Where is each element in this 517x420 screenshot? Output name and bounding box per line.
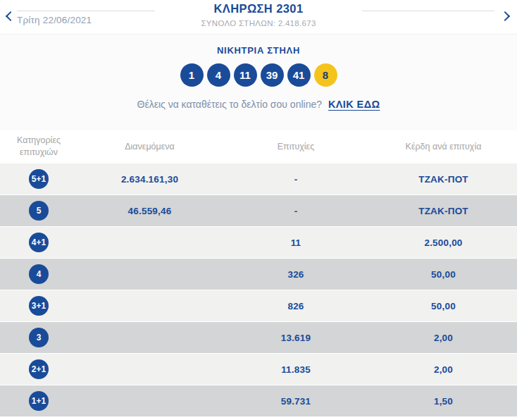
- prize-value: ΤΖΑΚ-ΠΟΤ: [370, 206, 517, 216]
- winning-numbers-row: 1 4 11 39 41 8: [0, 63, 517, 87]
- winning-column-title: ΝΙΚΗΤΡΙΑ ΣΤΗΛΗ: [0, 45, 517, 56]
- distributed-value: 46.559,46: [77, 206, 222, 216]
- table-row: 1+1 59.731 1,50: [0, 385, 517, 417]
- next-draw-button[interactable]: [497, 8, 513, 23]
- number-ball: 11: [234, 63, 257, 87]
- prize-value: 2,00: [370, 333, 517, 343]
- draw-header: Τρίτη 22/06/2021 ΚΛΗΡΩΣΗ 2301 ΣΥΝΟΛΟ ΣΤΗ…: [0, 0, 517, 34]
- winners-value: 11.835: [222, 364, 370, 375]
- winners-value: 13.619: [222, 333, 370, 343]
- prize-value: 2,00: [370, 364, 517, 375]
- winning-numbers-section: ΝΙΚΗΤΡΙΑ ΣΤΗΛΗ 1 4 11 39 41 8 Θέλεις να …: [0, 34, 517, 130]
- prize-table: Κατηγορίες επιτυχιών Διανεμόμενα Επιτυχί…: [0, 130, 517, 417]
- category-badge: 5: [29, 201, 49, 221]
- chevron-left-icon: [6, 11, 15, 21]
- number-ball: 41: [287, 63, 311, 87]
- category-badge: 2+1: [29, 359, 49, 379]
- table-row: 4 326 50,00: [0, 259, 517, 290]
- draw-title-block: ΚΛΗΡΩΣΗ 2301 ΣΥΝΟΛΟ ΣΤΗΛΩΝ: 2.418.673: [118, 2, 399, 27]
- winners-value: 11: [222, 237, 370, 248]
- winners-value: 826: [222, 301, 370, 311]
- click-here-link[interactable]: ΚΛΙΚ ΕΔΩ: [328, 99, 380, 110]
- category-badge: 4+1: [29, 233, 49, 252]
- table-row: 5 46.559,46 - ΤΖΑΚ-ΠΟΤ: [0, 195, 517, 227]
- category-badge: 1+1: [29, 391, 49, 411]
- prize-value: 50,00: [370, 301, 517, 311]
- draw-date-label: Τρίτη 22/06/2021: [17, 15, 92, 25]
- distributed-value: 2.634.161,30: [77, 174, 222, 185]
- category-badge: 5+1: [29, 169, 49, 189]
- column-header-categories: Κατηγορίες επιτυχιών: [0, 135, 77, 159]
- number-ball: 4: [207, 63, 230, 87]
- column-header-prize: Κέρδη ανά επιτυχία: [370, 141, 517, 153]
- number-ball: 39: [261, 63, 284, 87]
- category-badge: 4: [29, 264, 49, 284]
- winners-value: 326: [222, 269, 370, 280]
- divider-line-right: [362, 11, 494, 11]
- table-row: 2+1 11.835 2,00: [0, 354, 517, 385]
- total-columns-label: ΣΥΝΟΛΟ ΣΤΗΛΩΝ: 2.418.673: [118, 19, 399, 27]
- online-cta-text: Θέλεις να καταθέτεις το δελτίο σου onlin…: [137, 99, 322, 110]
- category-badge: 3+1: [29, 296, 49, 316]
- prize-value: 2.500,00: [370, 237, 517, 248]
- table-row: 3 13.619 2,00: [0, 322, 517, 354]
- winners-value: -: [222, 174, 370, 185]
- category-badge: 3: [29, 328, 49, 347]
- table-row: 4+1 11 2.500,00: [0, 227, 517, 259]
- prize-table-header: Κατηγορίες επιτυχιών Διανεμόμενα Επιτυχί…: [0, 130, 517, 163]
- winners-value: 59.731: [222, 396, 370, 407]
- draw-title: ΚΛΗΡΩΣΗ 2301: [118, 2, 399, 16]
- prize-value: ΤΖΑΚ-ΠΟΤ: [370, 174, 517, 185]
- prize-value: 1,50: [370, 396, 517, 407]
- prize-value: 50,00: [370, 269, 517, 280]
- chevron-right-icon: [500, 11, 510, 21]
- draw-results-page: Τρίτη 22/06/2021 ΚΛΗΡΩΣΗ 2301 ΣΥΝΟΛΟ ΣΤΗ…: [0, 0, 517, 420]
- column-header-distributed: Διανεμόμενα: [77, 141, 222, 153]
- number-ball: 1: [180, 63, 204, 87]
- column-header-winners: Επιτυχίες: [222, 141, 370, 153]
- table-row: 5+1 2.634.161,30 - ΤΖΑΚ-ΠΟΤ: [0, 163, 517, 195]
- previous-draw-button[interactable]: [3, 8, 18, 23]
- joker-number-ball: 8: [314, 63, 337, 87]
- online-cta: Θέλεις να καταθέτεις το δελτίο σου onlin…: [0, 99, 517, 110]
- table-row: 3+1 826 50,00: [0, 290, 517, 322]
- winners-value: -: [222, 206, 370, 216]
